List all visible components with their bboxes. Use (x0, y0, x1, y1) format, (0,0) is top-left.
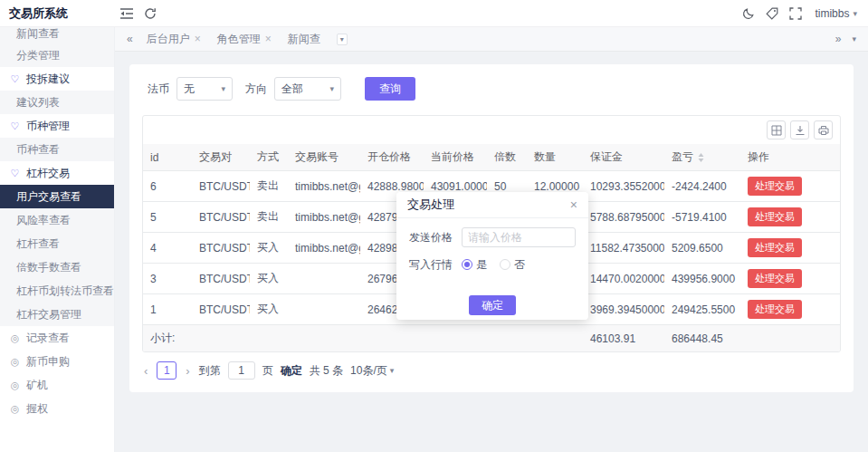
table-cell-action: 处理交易 (740, 202, 840, 233)
table-cell: 5788.68795000 (583, 202, 664, 233)
search-button[interactable]: 查询 (365, 77, 415, 101)
grid-view-icon[interactable] (767, 120, 786, 139)
table-cell: 4 (143, 233, 192, 264)
sidebar-item-15[interactable]: ◎新币申购 (0, 350, 114, 373)
tab-2[interactable]: 角色管理× (217, 32, 272, 47)
tag-icon[interactable] (760, 0, 784, 27)
table-cell: -2424.2400 (664, 171, 740, 202)
currency-icon: ♡ (9, 120, 21, 132)
handle-trade-button[interactable]: 处理交易 (748, 269, 802, 288)
sidebar-item-14[interactable]: ◎记录查看 (0, 326, 114, 350)
tab-1[interactable]: 后台用户× (147, 32, 201, 47)
sidebar-item-label: 杠杆币划转法币查看 (16, 284, 114, 299)
quote-label: 写入行情 (409, 257, 453, 273)
subtotal-row: 小计:46103.91686448.45 (143, 325, 840, 352)
scroll-tabs-left-button[interactable]: « (124, 33, 136, 45)
goto-confirm-button[interactable]: 确定 (281, 363, 302, 379)
column-header-label: 数量 (534, 150, 556, 163)
sidebar-item-12[interactable]: 杠杆币划转法币查看 (0, 279, 114, 303)
radio-no[interactable]: 否 (500, 257, 525, 273)
sidebar-item-label: 矿机 (26, 378, 48, 393)
export-download-icon[interactable] (790, 120, 809, 139)
confirm-button[interactable]: 确定 (469, 295, 516, 315)
collapse-sidebar-icon[interactable] (115, 0, 138, 27)
subtotal-cell (740, 325, 840, 352)
chevron-down-icon: ▾ (221, 84, 225, 93)
sidebar-item-7[interactable]: ♡杠杆交易 (0, 161, 114, 185)
column-header-9: 保证金 (583, 144, 664, 171)
handle-trade-button[interactable]: 处理交易 (748, 300, 802, 319)
sidebar-item-8[interactable]: 用户交易查看 (0, 185, 114, 208)
sidebar-item-9[interactable]: 风险率查看 (0, 208, 114, 232)
sidebar-item-label: 投拆建议 (26, 72, 70, 87)
close-icon[interactable]: × (570, 198, 577, 211)
refresh-icon[interactable] (138, 0, 162, 27)
sidebar-item-6[interactable]: 币种查看 (0, 138, 114, 161)
table-cell-action: 处理交易 (740, 171, 840, 202)
scroll-tabs-right-button[interactable]: » (833, 33, 844, 45)
currency-select-value: 无 (184, 82, 195, 97)
pagination: ‹ 1 › 到第 页 确定 共 5 条 10条/页 ▾ (142, 361, 841, 380)
table-cell: 卖出 (250, 171, 288, 202)
sidebar-item-label: 倍数手数查看 (16, 260, 81, 275)
handle-trade-button[interactable]: 处理交易 (748, 238, 802, 257)
sidebar-item-5[interactable]: ♡币种管理 (0, 114, 114, 138)
sidebar-item-2[interactable]: 分类管理 (0, 43, 114, 67)
sidebar-item-11[interactable]: 倍数手数查看 (0, 255, 114, 279)
table-cell: timibbs.net@g... (288, 202, 360, 233)
sidebar-item-4[interactable]: 建议列表 (0, 91, 114, 114)
sidebar-item-label: 杠杆查看 (16, 236, 60, 252)
table-cell-action: 处理交易 (740, 264, 840, 294)
table-cell: BTC/USDT (192, 171, 250, 202)
dialog-title: 交易处理 (407, 197, 454, 213)
sidebar-item-3[interactable]: ♡投拆建议 (0, 67, 114, 91)
handle-trade-button[interactable]: 处理交易 (748, 207, 802, 226)
direction-filter-label: 方向 (245, 82, 267, 97)
table-cell (288, 294, 360, 325)
tab-dropdown-icon[interactable]: ▾ (337, 34, 348, 45)
table-cell: 3969.39450000 (583, 294, 664, 325)
column-header-label: 当前价格 (431, 150, 474, 163)
tab-3[interactable]: 新闻查 (288, 32, 320, 47)
price-label: 发送价格 (409, 230, 453, 245)
sidebar-item-label: 用户交易查看 (16, 189, 81, 205)
dialog-header: 交易处理 × (396, 192, 588, 218)
sidebar-item-1[interactable]: 新闻查看 (0, 27, 114, 43)
tab-label: 角色管理 (217, 32, 261, 47)
sidebar-item-label: 风险率查看 (16, 213, 71, 228)
close-tab-icon[interactable]: × (195, 33, 201, 45)
open-tabs: 后台用户×角色管理×新闻查▾ (147, 32, 348, 47)
radio-yes[interactable]: 是 (462, 257, 487, 273)
prev-page-button[interactable]: ‹ (142, 364, 149, 378)
price-input[interactable] (462, 227, 576, 247)
currency-select[interactable]: 无 ▾ (176, 77, 233, 101)
chevron-down-icon: ▾ (853, 9, 857, 18)
sidebar-item-17[interactable]: ◎握权 (0, 397, 114, 420)
theme-moon-icon[interactable] (737, 0, 760, 27)
close-tab-icon[interactable]: × (265, 33, 272, 45)
handle-trade-button[interactable]: 处理交易 (748, 177, 802, 196)
app-title: 交易所系统 (0, 5, 115, 22)
currency-filter-label: 法币 (148, 82, 169, 97)
tab-actions-dropdown-icon[interactable]: ▾ (849, 34, 859, 43)
next-page-button[interactable]: › (184, 364, 191, 378)
username: timibbs (815, 7, 849, 20)
user-menu[interactable]: timibbs ▾ (807, 7, 868, 20)
table-cell: BTC/USDT (192, 294, 250, 325)
sidebar-item-16[interactable]: ◎矿机 (0, 373, 114, 397)
sidebar-item-10[interactable]: 杠杆查看 (0, 232, 114, 255)
direction-select[interactable]: 全部 ▾ (274, 77, 341, 101)
fullscreen-icon[interactable] (784, 0, 807, 27)
table-cell: BTC/USDT (192, 264, 250, 294)
page-number-button[interactable]: 1 (157, 361, 176, 380)
page-size-value: 10条/页 (350, 363, 387, 379)
page-size-select[interactable]: 10条/页 ▾ (350, 363, 394, 379)
print-icon[interactable] (814, 120, 833, 139)
column-header-label: 保证金 (590, 150, 623, 163)
table-header-row: id交易对方式交易账号开仓价格当前价格倍数数量保证金盈亏操作 (143, 144, 840, 171)
goto-page-input[interactable] (228, 361, 255, 380)
subtotal-cell (487, 325, 527, 352)
sidebar-item-13[interactable]: 杠杆交易管理 (0, 303, 114, 326)
column-header-2: 交易对 (192, 144, 250, 171)
sort-icon[interactable] (697, 152, 705, 163)
